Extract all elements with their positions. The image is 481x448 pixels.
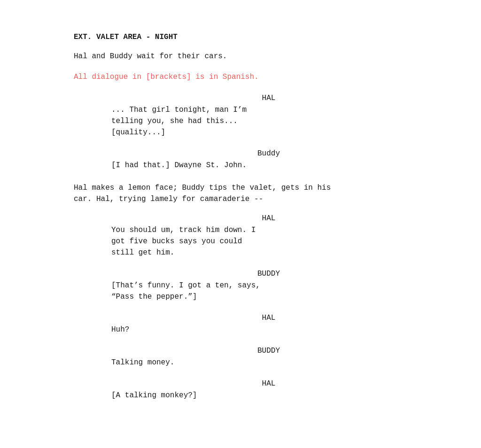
dialogue-text-buddy-1: [I had that.] Dwayne St. John.	[111, 160, 370, 171]
dialogue-block-hal-2: HAL You should um, track him down. Igot …	[74, 214, 407, 258]
screenplay-page: EXT. VALET AREA - NIGHT Hal and Buddy wa…	[64, 19, 417, 426]
action-line-2: Hal makes a lemon face; Buddy tips the v…	[74, 182, 407, 205]
dialogue-block-hal-1: HAL ... That girl tonight, man I’mtellin…	[74, 94, 407, 138]
character-name-buddy-2: BUDDY	[130, 270, 407, 278]
dialogue-text-hal-3: Huh?	[111, 324, 370, 335]
character-name-hal-2: HAL	[130, 214, 407, 223]
character-name-hal-3: HAL	[130, 314, 407, 322]
dialogue-text-hal-1: ... That girl tonight, man I’mtelling yo…	[111, 104, 370, 138]
character-name-buddy-3: BUDDY	[130, 347, 407, 355]
dialogue-text-hal-2: You should um, track him down. Igot five…	[111, 224, 370, 258]
dialogue-block-hal-4: HAL [A talking monkey?]	[74, 379, 407, 401]
dialogue-block-buddy-1: Buddy [I had that.] Dwayne St. John.	[74, 149, 407, 171]
spanish-note: All dialogue in [brackets] is in Spanish…	[74, 71, 407, 83]
character-name-hal-4: HAL	[130, 379, 407, 388]
character-name-buddy-1: Buddy	[130, 149, 407, 158]
dialogue-text-buddy-3: Talking money.	[111, 357, 370, 368]
dialogue-block-buddy-2: BUDDY [That’s funny. I got a ten, says,“…	[74, 270, 407, 302]
action-line-1: Hal and Buddy wait for their cars.	[74, 51, 407, 62]
dialogue-text-hal-4: [A talking monkey?]	[111, 390, 370, 401]
dialogue-block-buddy-3: BUDDY Talking money.	[74, 347, 407, 368]
scene-heading: EXT. VALET AREA - NIGHT	[74, 33, 407, 41]
dialogue-text-buddy-2: [That’s funny. I got a ten, says,“Pass t…	[111, 280, 370, 302]
dialogue-block-hal-3: HAL Huh?	[74, 314, 407, 335]
character-name-hal-1: HAL	[130, 94, 407, 102]
